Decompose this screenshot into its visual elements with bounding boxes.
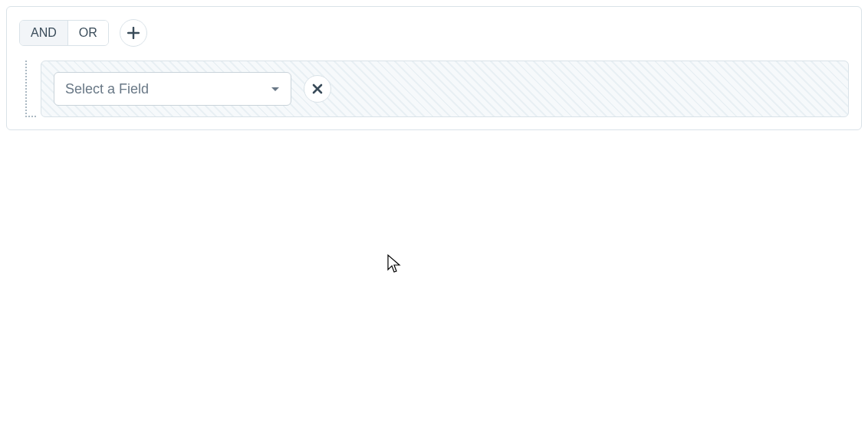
- rule-connector: [25, 61, 35, 117]
- rule-row: Select a Field: [41, 61, 849, 117]
- logic-toggle-group: AND OR: [19, 20, 109, 46]
- and-button[interactable]: AND: [20, 21, 67, 45]
- caret-down-icon: [271, 82, 280, 96]
- remove-rule-button[interactable]: [304, 75, 331, 103]
- close-icon: [312, 84, 323, 94]
- or-button[interactable]: OR: [68, 21, 108, 45]
- plus-icon: [127, 27, 140, 39]
- group-header: AND OR: [19, 19, 849, 47]
- rule-wrap: Select a Field: [25, 61, 849, 117]
- field-select-placeholder: Select a Field: [65, 81, 149, 97]
- query-builder-group: AND OR Select a Field: [6, 6, 862, 130]
- mouse-cursor-icon: [387, 254, 403, 274]
- add-rule-button[interactable]: [120, 19, 147, 47]
- field-select[interactable]: Select a Field: [54, 72, 291, 106]
